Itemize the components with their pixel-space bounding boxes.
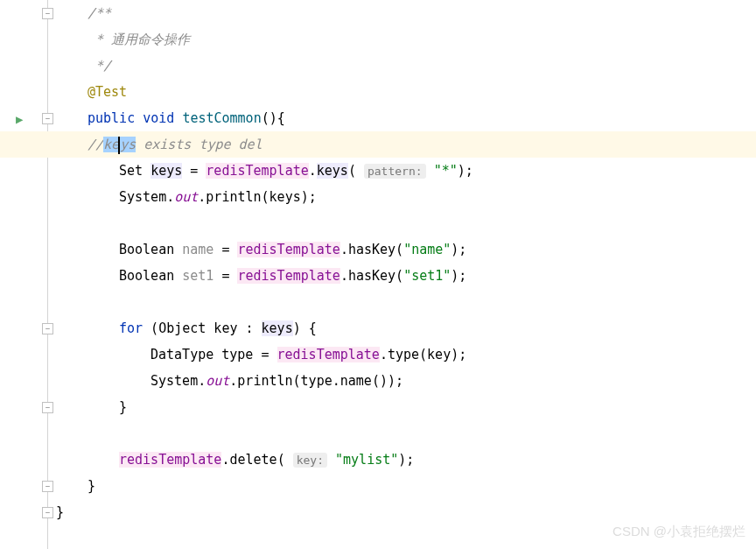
- text-selection: ke: [103, 137, 119, 152]
- code-line[interactable]: Set keys = redisTemplate.keys( pattern: …: [88, 158, 756, 184]
- code-line[interactable]: System.out.println(keys);: [88, 184, 756, 210]
- code-area[interactable]: /** * 通用命令操作 */ @Test public void testCo…: [52, 0, 756, 549]
- code-line[interactable]: public void testCommon(){: [88, 105, 756, 131]
- param-hint: key:: [293, 453, 327, 468]
- code-line[interactable]: }: [88, 473, 756, 499]
- code-line[interactable]: System.out.println(type.name());: [88, 368, 756, 394]
- code-line-active[interactable]: //keys exists type del: [0, 131, 756, 158]
- code-line[interactable]: }: [88, 394, 756, 420]
- code-editor[interactable]: − ▶ − − − − − /** * 通用命令操作 */ @Test: [0, 0, 756, 549]
- code-line[interactable]: /**: [88, 0, 756, 26]
- code-line[interactable]: [88, 289, 756, 315]
- code-line[interactable]: [88, 210, 756, 236]
- param-hint: pattern:: [364, 164, 426, 179]
- code-line[interactable]: redisTemplate.delete( key: "mylist");: [88, 447, 756, 473]
- watermark: CSDN @小袁拒绝摆烂: [612, 524, 746, 540]
- code-line[interactable]: Boolean name = redisTemplate.hasKey("nam…: [88, 236, 756, 263]
- code-line[interactable]: }: [56, 499, 756, 525]
- code-line[interactable]: for (Object key : keys) {: [88, 315, 756, 341]
- code-line[interactable]: Boolean set1 = redisTemplate.hasKey("set…: [88, 263, 756, 289]
- run-icon[interactable]: ▶: [16, 112, 23, 126]
- gutter: − ▶ − − − − −: [0, 0, 52, 549]
- text-caret: [118, 137, 120, 154]
- code-line[interactable]: @Test: [88, 79, 756, 105]
- code-line[interactable]: [88, 420, 756, 447]
- code-line[interactable]: * 通用命令操作: [88, 26, 756, 53]
- code-line[interactable]: DataType type = redisTemplate.type(key);: [88, 341, 756, 368]
- code-line[interactable]: */: [88, 53, 756, 79]
